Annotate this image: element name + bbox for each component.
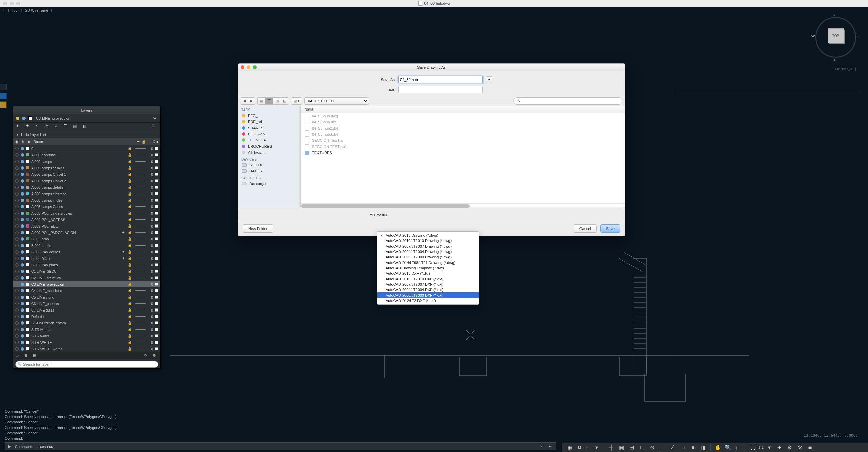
layer-lock-icon[interactable]: 🔒 <box>127 328 132 331</box>
file-row[interactable]: 04_50-hub.dwg <box>301 113 625 119</box>
layer-color-swatch[interactable] <box>26 173 29 176</box>
layer-color-swatch[interactable] <box>26 179 29 182</box>
layer-row[interactable]: Defpoints 🔒 0 <box>13 313 160 320</box>
layer-color-swatch[interactable] <box>26 199 29 202</box>
ucs-label[interactable]: Unnamed_32 <box>833 67 856 71</box>
layer-star-icon[interactable]: ✦ <box>121 256 125 260</box>
new-layer-icon[interactable]: ▭ <box>15 353 21 359</box>
sidebar-tag-item[interactable]: PDF_ref <box>238 119 301 125</box>
layer-freeze-icon[interactable] <box>21 289 24 292</box>
dialog-close-icon[interactable] <box>241 65 244 69</box>
layer-visibility-icon[interactable] <box>15 296 19 299</box>
filename-input[interactable] <box>398 76 483 83</box>
layer-freeze-icon[interactable] <box>21 218 24 221</box>
layer-visibility-icon[interactable] <box>15 270 19 273</box>
layer-lock-icon[interactable]: 🔒 <box>127 198 132 202</box>
layer-lock-icon[interactable]: 🔒 <box>127 231 132 234</box>
layer-visibility-icon[interactable] <box>15 283 19 286</box>
dialog-minimize-icon[interactable] <box>247 65 250 69</box>
layer-lock-icon[interactable]: 🔒 <box>127 153 132 157</box>
layer-linetype-icon[interactable] <box>135 200 146 200</box>
layer-plot-swatch[interactable] <box>155 334 158 337</box>
layer-freeze-icon[interactable] <box>21 186 24 189</box>
model-tab[interactable]: Model <box>575 446 591 450</box>
status-dropdown-icon[interactable]: ▾ <box>592 444 601 451</box>
layer-linetype-icon[interactable] <box>135 349 146 349</box>
layer-lock-icon[interactable]: 🔒 <box>127 263 132 267</box>
horizontal-scrollbar[interactable] <box>301 203 625 208</box>
layer-lock-icon[interactable]: 🔒 <box>127 179 132 183</box>
layer-star-icon[interactable]: ✦ <box>121 250 125 254</box>
layer-color-swatch[interactable] <box>26 147 29 150</box>
layer-tool-icon[interactable]: ⇅ <box>54 124 60 130</box>
expand-dialog-button[interactable]: ▾ <box>486 76 492 83</box>
panel-collapse-icon[interactable]: ⌄ <box>155 108 158 112</box>
layer-row[interactable]: A 005 camps Calles 🔒 0 <box>13 203 160 210</box>
layer-settings-icon[interactable]: ⚙ <box>151 124 158 130</box>
viewport-style-label[interactable]: 2D Wireframe <box>25 8 48 12</box>
layer-plot-swatch[interactable] <box>155 186 158 189</box>
layer-visibility-icon[interactable] <box>15 231 19 234</box>
layer-linetype-icon[interactable] <box>135 316 146 317</box>
save-button[interactable]: Save <box>600 224 620 233</box>
sidebar-tag-item[interactable]: SHARKS <box>238 125 301 131</box>
layer-lock-icon[interactable]: 🔒 <box>127 340 132 344</box>
layer-plot-swatch[interactable] <box>155 347 158 350</box>
layer-plot-swatch[interactable] <box>155 315 158 318</box>
new-folder-button[interactable]: New Folder <box>243 224 273 233</box>
layer-freeze-icon[interactable] <box>21 212 24 215</box>
layer-plot-swatch[interactable] <box>155 153 158 156</box>
layer-lock-icon[interactable]: 🔒 <box>127 224 132 228</box>
layer-lock-icon[interactable]: 🔒 <box>127 321 132 325</box>
layer-freeze-icon[interactable] <box>21 244 24 247</box>
viewport-view-label[interactable]: Top <box>12 8 18 12</box>
layer-visibility-icon[interactable] <box>15 244 19 247</box>
file-format-dropdown[interactable]: AutoCAD 2013 Drawing (*.dwg)AutoCAD 2010… <box>377 231 479 305</box>
annotation-scale-value[interactable]: 1:1 <box>759 446 764 449</box>
model-space-icon[interactable]: ▦ <box>565 444 574 451</box>
layer-lock-icon[interactable]: 🔒 <box>127 250 132 254</box>
view-cube[interactable]: N S E W TOP <box>814 14 858 61</box>
layer-visibility-icon[interactable] <box>15 276 19 280</box>
layer-visibility-icon[interactable] <box>15 224 19 228</box>
current-layer-row[interactable]: C3 LINE_proyección <box>13 114 160 123</box>
layer-linetype-icon[interactable] <box>135 290 146 291</box>
layer-lock-icon[interactable]: 🔒 <box>127 192 132 196</box>
layer-lock-icon[interactable]: 🔒 <box>127 218 132 221</box>
layer-linetype-icon[interactable] <box>135 252 146 252</box>
layer-linetype-icon[interactable] <box>135 342 146 342</box>
layer-plot-swatch[interactable] <box>155 283 158 286</box>
layer-row[interactable]: B 000 carrils 🔒 0 <box>13 242 160 249</box>
layer-lock-icon[interactable]: 🔒 <box>127 276 132 280</box>
layer-row[interactable]: B 000 arbol 🔒 0 <box>13 236 160 242</box>
layer-color-swatch[interactable] <box>26 186 29 189</box>
layer-plot-swatch[interactable] <box>155 257 158 260</box>
layer-row[interactable]: A 000 camps electrico 🔒 0 <box>13 190 160 197</box>
layer-lock-icon[interactable]: 🔒 <box>127 269 132 273</box>
layer-lock-icon[interactable]: 🔒 <box>127 172 132 176</box>
layer-freeze-icon[interactable] <box>21 179 24 183</box>
otrack-icon[interactable]: ∠ <box>668 444 677 451</box>
layer-plot-swatch[interactable] <box>155 321 158 324</box>
layer-freeze-icon[interactable] <box>21 199 24 202</box>
layer-tool-icon[interactable]: ▦ <box>73 124 79 130</box>
sidebar-tag-item[interactable]: PFC_work <box>238 131 301 137</box>
layer-visibility-icon[interactable] <box>15 179 19 183</box>
layer-linetype-icon[interactable] <box>135 336 146 336</box>
zoom-icon[interactable]: 🔍 <box>724 444 733 451</box>
layer-lock-icon[interactable]: 🔒 <box>127 315 132 318</box>
layer-plot-swatch[interactable] <box>155 302 158 305</box>
sidebar-tag-item[interactable]: BROCHURES <box>238 143 301 149</box>
layer-linetype-icon[interactable] <box>135 226 146 226</box>
layer-freeze-icon[interactable] <box>21 263 24 267</box>
layer-visibility-icon[interactable] <box>15 308 19 312</box>
layer-freeze-icon[interactable] <box>21 153 24 157</box>
layer-row[interactable]: C5 LINE vidrio 🔒 0 <box>13 294 160 300</box>
layer-lock-icon[interactable]: 🔒 <box>127 147 132 150</box>
layer-linetype-icon[interactable] <box>135 278 146 278</box>
format-option[interactable]: AutoCAD 2000/LT2000 Drawing (*.dwg) <box>377 254 479 260</box>
layer-lock-icon[interactable]: 🔒 <box>127 166 132 170</box>
command-expand-icon[interactable]: ▲ <box>548 444 553 449</box>
layer-row[interactable]: S TR WHITE water 🔒 0 <box>13 346 160 352</box>
layer-freeze-icon[interactable] <box>21 283 24 286</box>
